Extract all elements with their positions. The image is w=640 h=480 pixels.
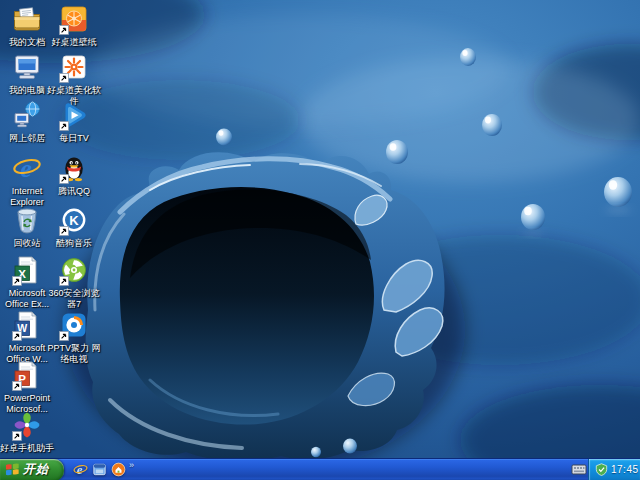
desktop-icon-label-line: 酷狗音乐 — [36, 238, 112, 249]
my-documents-icon — [12, 4, 42, 34]
desktop-icon-haozhuodao-wallpaper[interactable]: 好桌道壁纸 — [46, 4, 102, 48]
desktop-icon-haozhuodao-beautify[interactable]: 好桌道美化软件 — [46, 52, 102, 106]
shortcut-arrow-icon — [59, 25, 69, 35]
tencent-qq-icon — [59, 153, 89, 183]
internet-explorer-icon: e — [12, 153, 42, 183]
shortcut-arrow-icon — [59, 276, 69, 286]
shortcut-arrow-icon — [12, 381, 22, 391]
recycle-bin-icon — [12, 205, 42, 235]
microsoft-word-icon: W — [12, 310, 42, 340]
desktop-icon-label-line: 好卓手机助手 — [0, 443, 65, 454]
pptv-icon — [59, 310, 89, 340]
language-bar-keyboard-icon[interactable] — [570, 459, 588, 480]
desktop-icon-360-browser[interactable]: 360安全浏览器7 — [46, 255, 102, 309]
desktop-icon-label-line: 好桌道壁纸 — [36, 37, 112, 48]
internet-explorer-quick-launch-icon[interactable]: e — [72, 462, 88, 478]
desktop-icon-label: 酷狗音乐 — [36, 238, 112, 249]
desktop-icon-label-line: PowerPoint — [0, 393, 65, 404]
taskbar-empty-area[interactable] — [138, 459, 570, 480]
network-places-icon — [12, 100, 42, 130]
shortcut-arrow-icon — [59, 226, 69, 236]
haozhuodao-wallpaper-icon — [59, 4, 89, 34]
windows-logo-icon — [5, 463, 20, 477]
kugou-music-icon: K — [59, 205, 89, 235]
desktop-icon-haozhuo-phone-assistant[interactable]: 好卓手机助手 — [0, 410, 55, 454]
desktop-icon-label: 360安全浏览器7 — [36, 288, 112, 309]
start-button-label: 开始 — [23, 461, 49, 478]
my-computer-icon — [12, 52, 42, 82]
quick-launch-bar: e » — [64, 459, 138, 480]
shortcut-arrow-icon — [59, 121, 69, 131]
desktop-icon-label: 好卓手机助手 — [0, 443, 65, 454]
microsoft-excel-icon: X — [12, 255, 42, 285]
quick-launch-overflow-chevron[interactable]: » — [129, 461, 134, 470]
orange-app-quick-launch-icon[interactable] — [110, 462, 126, 478]
360-browser-icon — [59, 255, 89, 285]
desktop-icon-powerpoint[interactable]: PPowerPointMicrosof... — [0, 360, 55, 414]
blue-window-app-quick-launch-icon[interactable] — [91, 462, 107, 478]
desktop-icon-label: 好桌道壁纸 — [36, 37, 112, 48]
desktop-icon-meiri-tv[interactable]: 每日TV — [46, 100, 102, 144]
svg-text:K: K — [69, 213, 79, 228]
powerpoint-icon: P — [12, 360, 42, 390]
desktop-icon-label-line: 器7 — [36, 299, 112, 310]
shortcut-arrow-icon — [12, 331, 22, 341]
desktop-icon-label: 腾讯QQ — [36, 186, 112, 197]
shortcut-arrow-icon — [12, 276, 22, 286]
svg-text:e: e — [76, 462, 82, 477]
desktop-icon-label-line: 每日TV — [36, 133, 112, 144]
desktop-icon-label: 每日TV — [36, 133, 112, 144]
shortcut-arrow-icon — [12, 431, 22, 441]
start-button[interactable]: 开始 — [0, 459, 64, 480]
desktop-icon-label-line: 360安全浏览 — [36, 288, 112, 299]
desktop-icon-pptv[interactable]: PPTV聚力 网络电视 — [46, 310, 102, 364]
svg-text:e: e — [20, 154, 32, 183]
meiri-tv-icon — [59, 100, 89, 130]
desktop-icon-label-line: 腾讯QQ — [36, 186, 112, 197]
desktop: 我的文档好桌道壁纸我的电脑好桌道美化软件网上邻居每日TVeInternetExp… — [0, 0, 640, 480]
taskbar: 开始 e — [0, 458, 640, 480]
tray-status-icon[interactable] — [595, 463, 608, 476]
haozhuodao-beautify-icon — [59, 52, 89, 82]
desktop-icon-tencent-qq[interactable]: 腾讯QQ — [46, 153, 102, 197]
taskbar-clock[interactable]: 17:45 — [611, 464, 639, 475]
shortcut-arrow-icon — [59, 331, 69, 341]
shortcut-arrow-icon — [59, 174, 69, 184]
desktop-icon-kugou-music[interactable]: K酷狗音乐 — [46, 205, 102, 249]
desktop-icon-label-line: 好桌道美化软 — [36, 85, 112, 96]
haozhuo-phone-assistant-icon — [12, 410, 42, 440]
system-tray: 17:45 — [588, 459, 640, 480]
desktop-icon-label-line: PPTV聚力 网 — [36, 343, 112, 354]
shortcut-arrow-icon — [59, 73, 69, 83]
